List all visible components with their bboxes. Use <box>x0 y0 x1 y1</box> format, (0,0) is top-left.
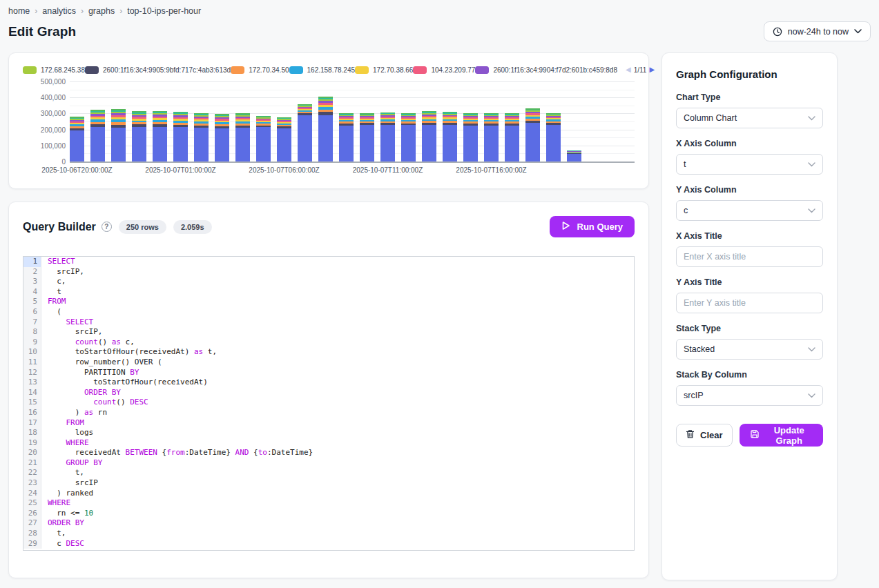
legend-item[interactable]: 172.70.38.66 <box>355 66 413 74</box>
bar-segment <box>505 126 519 161</box>
code-text: t <box>41 287 61 297</box>
legend-next-icon[interactable]: ▶ <box>649 66 655 73</box>
code-text: WHERE <box>41 498 70 509</box>
bar-segment <box>256 127 271 161</box>
line-number: 11 <box>23 357 41 368</box>
update-graph-button[interactable]: Update Graph <box>740 424 823 447</box>
y-axis-column-value: c <box>684 206 688 215</box>
line-number: 29 <box>23 539 41 549</box>
chart-type-select[interactable]: Column Chart <box>676 108 823 128</box>
breadcrumb-item-home[interactable]: home <box>8 6 30 16</box>
query-builder-header: Query Builder ? 250 rows 2.059s Run Quer… <box>23 216 635 237</box>
code-text: srcIP, <box>41 327 102 337</box>
stack-by-column-value: srcIP <box>684 391 703 400</box>
play-icon <box>561 221 570 233</box>
code-text: t, <box>41 529 66 539</box>
legend-item[interactable]: 2600:1f16:3c4:9905:9bfd:717c:4ab3:613d <box>85 66 231 74</box>
code-text: ( <box>41 307 61 317</box>
x-axis-title-input[interactable] <box>676 246 823 267</box>
code-text: FROM <box>41 418 84 429</box>
line-number: 25 <box>23 498 41 509</box>
legend-item[interactable]: 172.70.34.50 <box>231 66 289 74</box>
code-line: 4 t <box>23 287 634 297</box>
code-line: 11 row_number() OVER ( <box>23 357 634 368</box>
code-text: toStartOfHour(receivedAt) <box>41 378 208 388</box>
chart-bar <box>339 113 354 161</box>
code-line: 16 ) as rn <box>23 408 634 418</box>
line-number: 1 <box>23 257 41 267</box>
code-text: count() DESC <box>41 398 148 408</box>
clock-icon <box>773 27 782 37</box>
time-range-button[interactable]: now-24h to now <box>764 21 871 41</box>
chart-bar <box>90 110 105 161</box>
legend-item[interactable]: 104.23.209.77 <box>413 66 475 74</box>
code-line: 2 srcIP, <box>23 267 634 277</box>
save-icon <box>750 429 760 441</box>
run-query-label: Run Query <box>577 222 623 232</box>
breadcrumb-item-graphs[interactable]: graphs <box>88 6 115 16</box>
x-axis-tick-label: 2025-10-06T20:00:00Z <box>41 166 112 174</box>
code-line: 3 c, <box>23 277 634 287</box>
y-axis-column-select[interactable]: c <box>676 200 823 221</box>
code-text: ORDER BY <box>41 518 84 529</box>
legend-prev-icon[interactable]: ◀ <box>626 66 631 73</box>
y-axis-title-input[interactable] <box>676 293 823 313</box>
bar-segment <box>484 126 499 161</box>
chevron-down-icon <box>808 159 815 169</box>
bar-segment <box>443 125 457 161</box>
code-line: 22 t, <box>23 468 634 478</box>
stack-by-column-select[interactable]: srcIP <box>676 385 823 406</box>
legend-item[interactable]: 2600:1f16:3c4:9904:f7d2:601b:c459:8d8 <box>475 66 617 74</box>
legend-item[interactable]: 162.158.78.245 <box>289 66 356 74</box>
chart-y-axis: 0100,000200,000300,000400,000500,000 <box>23 82 70 162</box>
config-panel-title: Graph Configuration <box>676 68 823 80</box>
stack-type-select[interactable]: Stacked <box>676 339 823 360</box>
line-number: 28 <box>23 529 41 539</box>
run-query-button[interactable]: Run Query <box>550 216 635 237</box>
x-axis-column-select[interactable]: t <box>676 154 823 175</box>
code-line: 13 toStartOfHour(receivedAt) <box>23 378 634 388</box>
chart-bar <box>546 113 561 161</box>
chart-bar <box>235 113 250 161</box>
code-line: 8 srcIP, <box>23 327 634 337</box>
code-line: 6 ( <box>23 307 634 317</box>
code-line: 27ORDER BY <box>23 518 634 529</box>
bar-segment <box>463 126 478 161</box>
line-number: 3 <box>23 277 41 287</box>
legend-label: 2600:1f16:3c4:9905:9bfd:717c:4ab3:613d <box>103 66 231 74</box>
clear-button[interactable]: Clear <box>676 424 733 447</box>
code-text: row_number() OVER ( <box>41 357 162 368</box>
chart-bar <box>111 109 126 161</box>
line-number: 18 <box>23 428 41 438</box>
chart-x-axis-line <box>70 161 635 163</box>
code-line: 26 rn <= 10 <box>23 509 634 519</box>
line-number: 14 <box>23 388 41 398</box>
chart-bar <box>153 111 167 161</box>
bar-segment <box>70 130 84 161</box>
code-text: c, <box>41 277 66 287</box>
bar-segment <box>525 123 540 161</box>
breadcrumb-item-analytics[interactable]: analytics <box>42 6 76 16</box>
line-number: 19 <box>23 438 41 449</box>
line-number: 23 <box>23 478 41 489</box>
chevron-down-icon <box>808 344 815 354</box>
legend-swatch <box>355 66 369 74</box>
help-icon[interactable]: ? <box>102 222 112 232</box>
x-axis-tick-label: 2025-10-07T06:00:00Z <box>249 166 319 174</box>
chart-bars <box>70 81 588 161</box>
legend-item[interactable]: 172.68.245.38 <box>23 66 85 74</box>
sql-editor[interactable]: 1SELECT2 srcIP,3 c,4 t5FROM6 (7 SELECT8 … <box>23 256 635 551</box>
chart-bar <box>194 113 209 161</box>
chart-card: 172.68.245.382600:1f16:3c4:9905:9bfd:717… <box>8 52 649 189</box>
legend-swatch <box>289 66 303 74</box>
line-number: 12 <box>23 368 41 378</box>
chart-bar <box>298 104 312 161</box>
clear-label: Clear <box>700 430 723 440</box>
time-range-label: now-24h to now <box>788 27 849 37</box>
line-number: 27 <box>23 518 41 529</box>
line-number: 26 <box>23 509 41 519</box>
code-line: 24 ) ranked <box>23 489 634 499</box>
y-axis-tick-label: 100,000 <box>41 142 66 150</box>
code-line: 10 toStartOfHour(receivedAt) as t, <box>23 347 634 357</box>
chevron-down-icon <box>808 206 815 215</box>
